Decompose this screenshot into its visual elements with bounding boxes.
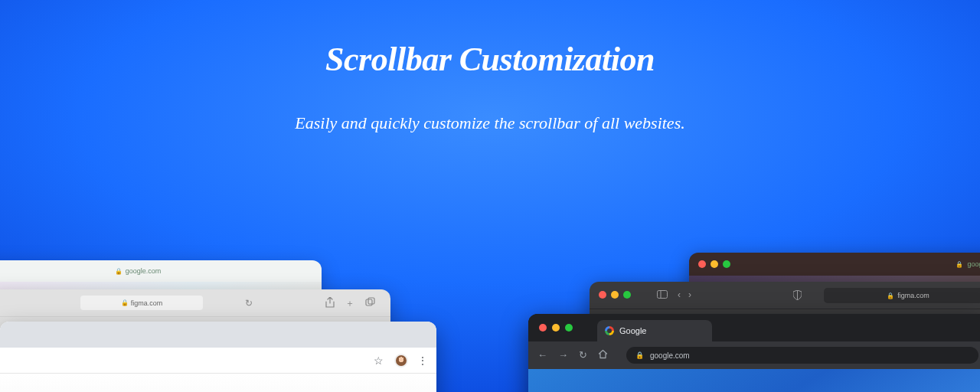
browser-tab[interactable]: Google: [597, 320, 712, 341]
maximize-icon[interactable]: [723, 260, 730, 268]
chrome-tabstrip: [0, 322, 436, 348]
lock-icon: 🔒: [635, 351, 644, 359]
address-url: figma.com: [897, 292, 929, 299]
safari-titlebar: 🔒 google.com: [689, 253, 980, 276]
menu-dots-icon[interactable]: ⋮: [417, 354, 427, 367]
privacy-shield-icon[interactable]: [793, 290, 802, 302]
google-favicon-icon: [605, 326, 614, 335]
minimize-icon[interactable]: [552, 324, 560, 332]
address-url-wrap: 🔒 google.com: [956, 260, 980, 268]
address-url: google.com: [967, 260, 980, 268]
hero-subtitle-text: Easily and quickly customize the scrollb…: [295, 113, 684, 132]
tab-title: Google: [619, 326, 646, 335]
new-tab-icon[interactable]: ＋: [345, 297, 354, 310]
close-icon[interactable]: [698, 260, 706, 268]
tabs-icon[interactable]: [365, 297, 375, 310]
forward-icon[interactable]: ›: [688, 289, 691, 300]
dark-browser-stack: 🔒 google.com ‹ ›: [490, 253, 980, 392]
traffic-lights[interactable]: [539, 324, 573, 332]
omnibox-url: google.com: [650, 351, 690, 360]
lock-icon: 🔒: [887, 292, 894, 299]
hero-subtitle-wrap: Easily and quickly customize the scrollb…: [0, 113, 980, 133]
svg-rect-1: [368, 298, 374, 304]
share-icon[interactable]: [325, 297, 335, 310]
chrome-toolbar: ← → ↻ 🔒 google.com: [528, 341, 980, 369]
sidebar-icon[interactable]: [657, 290, 668, 300]
reload-icon[interactable]: ↻: [245, 298, 253, 309]
promo-canvas: Scrollbar Customization Easily and quick…: [0, 0, 980, 392]
minimize-icon[interactable]: [611, 291, 619, 299]
forward-icon[interactable]: →: [558, 349, 568, 361]
close-icon[interactable]: [599, 291, 606, 299]
window-content: [528, 369, 980, 392]
nav-arrows: ‹ ›: [678, 289, 691, 300]
traffic-lights[interactable]: [599, 291, 631, 299]
safari-toolbar: 🔒 google.com: [0, 260, 322, 282]
svg-rect-2: [658, 291, 668, 299]
chrome-tabstrip: Google: [528, 314, 980, 341]
hero-subtitle: Easily and quickly customize the scrollb…: [295, 113, 684, 133]
lock-icon: 🔒: [121, 299, 129, 306]
close-icon[interactable]: [539, 324, 547, 332]
window-content: [0, 374, 436, 392]
safari-toolbar: ‹ › 🔒 figma.com: [590, 282, 980, 309]
bookmark-star-icon[interactable]: ☆: [374, 354, 384, 367]
maximize-icon[interactable]: [565, 324, 573, 332]
home-icon[interactable]: [598, 349, 608, 361]
address-url: figma.com: [131, 299, 163, 307]
dark-chrome-window: Google ← → ↻ 🔒 google.com: [528, 314, 980, 392]
light-chrome-window: ☆ ⋮: [0, 322, 436, 392]
address-bar[interactable]: 🔒 figma.com: [80, 296, 203, 310]
omnibox[interactable]: 🔒 google.com: [626, 347, 978, 364]
chrome-toolbar: ☆ ⋮: [0, 348, 436, 374]
lock-icon: 🔒: [956, 261, 963, 268]
address-bar[interactable]: 🔒 figma.com: [824, 288, 980, 303]
traffic-lights[interactable]: [698, 260, 730, 268]
minimize-icon[interactable]: [710, 260, 718, 268]
back-icon[interactable]: ←: [537, 349, 547, 361]
reload-icon[interactable]: ↻: [579, 349, 587, 361]
safari-toolbar: 🔒 figma.com ↻ ＋: [0, 289, 390, 317]
profile-avatar[interactable]: [394, 354, 408, 368]
lock-icon: 🔒: [115, 268, 122, 275]
back-icon[interactable]: ‹: [678, 289, 681, 300]
address-url: google.com: [126, 267, 162, 275]
svg-rect-0: [366, 299, 372, 305]
light-browser-stack: 🔒 google.com 🔒 figma.com ↻ ＋: [0, 260, 490, 392]
nav-controls: ← → ↻: [537, 349, 608, 361]
hero-title: Scrollbar Customization: [0, 40, 980, 79]
maximize-icon[interactable]: [623, 291, 631, 299]
